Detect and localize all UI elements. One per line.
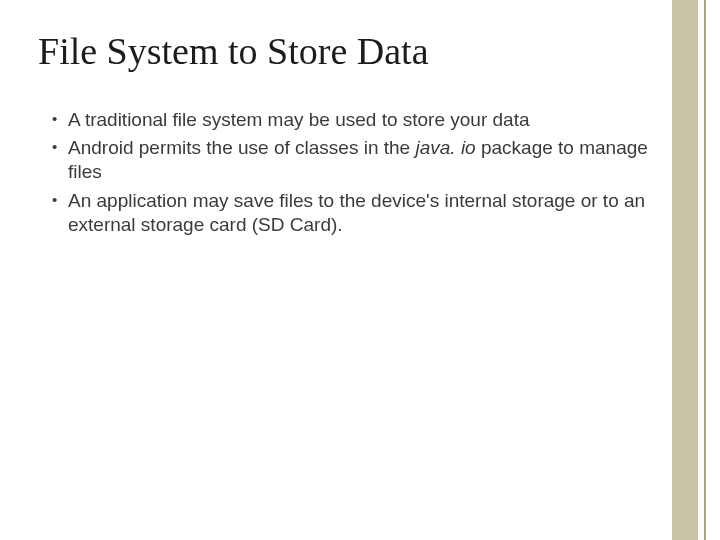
- slide-title: File System to Store Data: [38, 30, 650, 74]
- bullet-text: Android permits the use of classes in th…: [68, 137, 415, 158]
- list-item: An application may save files to the dev…: [52, 189, 650, 238]
- bullet-list: A traditional file system may be used to…: [38, 108, 650, 238]
- bullet-text: An application may save files to the dev…: [68, 190, 645, 235]
- bullet-em: java. io: [415, 137, 475, 158]
- list-item: Android permits the use of classes in th…: [52, 136, 650, 185]
- list-item: A traditional file system may be used to…: [52, 108, 650, 132]
- slide: File System to Store Data A traditional …: [0, 0, 720, 540]
- bullet-text: A traditional file system may be used to…: [68, 109, 530, 130]
